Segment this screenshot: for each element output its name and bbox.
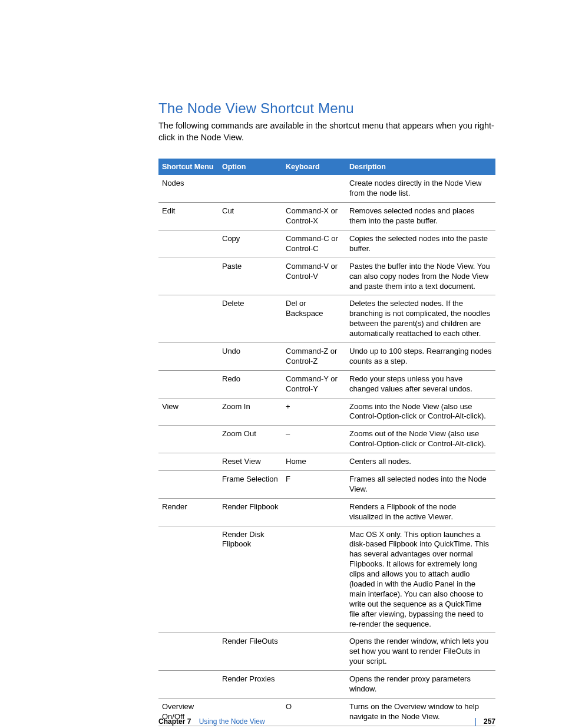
- section-heading: The Node View Shortcut Menu: [158, 100, 495, 117]
- cell-description: Zooms out of the Node View (also use Con…: [346, 426, 495, 453]
- table-row: Zoom Out–Zooms out of the Node View (als…: [158, 426, 495, 453]
- cell-menu: [158, 671, 219, 699]
- footer-left: Chapter 7 Using the Node View: [158, 717, 265, 726]
- table-row: Render Disk FlipbookMac OS X only. This …: [158, 526, 495, 633]
- cell-menu: [158, 470, 219, 498]
- cell-description: Mac OS X only. This option launches a di…: [346, 526, 495, 633]
- document-page: The Node View Shortcut Menu The followin…: [0, 0, 562, 728]
- cell-menu: [158, 258, 219, 295]
- cell-option: Cut: [219, 203, 282, 230]
- table-row: ViewZoom In+Zooms into the Node View (al…: [158, 398, 495, 426]
- cell-menu: [158, 453, 219, 471]
- table-row: EditCutCommand-X or Control-XRemoves sel…: [158, 203, 495, 230]
- cell-keyboard: Command-Z or Control-Z: [282, 342, 346, 370]
- cell-description: Copies the selected nodes into the paste…: [346, 230, 495, 258]
- cell-menu: [158, 633, 219, 671]
- cell-keyboard: Command-V or Control-V: [282, 258, 346, 295]
- cell-option: Zoom Out: [219, 426, 282, 453]
- cell-menu: Render: [158, 498, 219, 526]
- th-keyboard: Keyboard: [282, 159, 346, 175]
- table-row: RedoCommand-Y or Control-YRedo your step…: [158, 370, 495, 398]
- cell-description: Frames all selected nodes into the Node …: [346, 470, 495, 498]
- cell-description: Removes selected nodes and places them i…: [346, 203, 495, 230]
- cell-option: Render FileOuts: [219, 633, 282, 671]
- cell-option: Render Flipbook: [219, 498, 282, 526]
- chapter-label: Chapter 7: [158, 717, 191, 726]
- th-description: Desription: [346, 159, 495, 175]
- cell-keyboard: [282, 633, 346, 671]
- cell-menu: View: [158, 398, 219, 426]
- cell-option: Render Proxies: [219, 671, 282, 699]
- cell-option: [219, 175, 282, 202]
- table-row: DeleteDel or BackspaceDeletes the select…: [158, 295, 495, 343]
- cell-description: Pastes the buffer into the Node View. Yo…: [346, 258, 495, 295]
- table-header-row: Shortcut Menu Option Keyboard Desription: [158, 159, 495, 175]
- cell-option: Reset View: [219, 453, 282, 471]
- cell-option: Copy: [219, 230, 282, 258]
- page-number: 257: [484, 717, 495, 726]
- cell-keyboard: –: [282, 426, 346, 453]
- cell-keyboard: Home: [282, 453, 346, 471]
- cell-menu: Nodes: [158, 175, 219, 202]
- cell-description: Renders a Flipbook of the node visualize…: [346, 498, 495, 526]
- cell-description: Deletes the selected nodes. If the branc…: [346, 295, 495, 343]
- cell-option: Frame Selection: [219, 470, 282, 498]
- cell-description: Zooms into the Node View (also use Contr…: [346, 398, 495, 426]
- table-row: Reset ViewHomeCenters all nodes.: [158, 453, 495, 471]
- cell-menu: [158, 426, 219, 453]
- cell-option: Delete: [219, 295, 282, 343]
- table-row: PasteCommand-V or Control-VPastes the bu…: [158, 258, 495, 295]
- shortcut-table: Shortcut Menu Option Keyboard Desription…: [158, 159, 495, 726]
- cell-keyboard: Command-X or Control-X: [282, 203, 346, 230]
- cell-menu: [158, 370, 219, 398]
- cell-keyboard: [282, 498, 346, 526]
- cell-menu: [158, 295, 219, 343]
- table-row: CopyCommand-C or Control-CCopies the sel…: [158, 230, 495, 258]
- intro-paragraph: The following commands are available in …: [158, 120, 495, 143]
- cell-keyboard: [282, 526, 346, 633]
- table-row: Render ProxiesOpens the render proxy par…: [158, 671, 495, 699]
- cell-menu: Edit: [158, 203, 219, 230]
- cell-keyboard: Command-Y or Control-Y: [282, 370, 346, 398]
- cell-option: Render Disk Flipbook: [219, 526, 282, 633]
- cell-keyboard: [282, 175, 346, 202]
- table-row: Frame SelectionFFrames all selected node…: [158, 470, 495, 498]
- cell-option: Undo: [219, 342, 282, 370]
- cell-menu: [158, 230, 219, 258]
- cell-keyboard: Command-C or Control-C: [282, 230, 346, 258]
- table-body: NodesCreate nodes directly in the Node V…: [158, 175, 495, 726]
- th-option: Option: [219, 159, 282, 175]
- cell-description: Opens the render window, which lets you …: [346, 633, 495, 671]
- footer-divider: [475, 718, 476, 726]
- th-shortcut-menu: Shortcut Menu: [158, 159, 219, 175]
- cell-keyboard: [282, 671, 346, 699]
- cell-description: Create nodes directly in the Node View f…: [346, 175, 495, 202]
- cell-option: Redo: [219, 370, 282, 398]
- cell-description: Centers all nodes.: [346, 453, 495, 471]
- cell-description: Undo up to 100 steps. Rearranging nodes …: [346, 342, 495, 370]
- table-row: NodesCreate nodes directly in the Node V…: [158, 175, 495, 202]
- cell-keyboard: +: [282, 398, 346, 426]
- cell-option: Zoom In: [219, 398, 282, 426]
- table-row: UndoCommand-Z or Control-ZUndo up to 100…: [158, 342, 495, 370]
- cell-menu: [158, 526, 219, 633]
- table-row: Render FileOutsOpens the render window, …: [158, 633, 495, 671]
- cell-keyboard: Del or Backspace: [282, 295, 346, 343]
- cell-menu: [158, 342, 219, 370]
- cell-description: Redo your steps unless you have changed …: [346, 370, 495, 398]
- footer-right: 257: [470, 717, 495, 726]
- table-row: RenderRender FlipbookRenders a Flipbook …: [158, 498, 495, 526]
- chapter-name: Using the Node View: [199, 717, 265, 726]
- page-footer: Chapter 7 Using the Node View 257: [158, 717, 495, 726]
- cell-description: Opens the render proxy parameters window…: [346, 671, 495, 699]
- cell-keyboard: F: [282, 470, 346, 498]
- cell-option: Paste: [219, 258, 282, 295]
